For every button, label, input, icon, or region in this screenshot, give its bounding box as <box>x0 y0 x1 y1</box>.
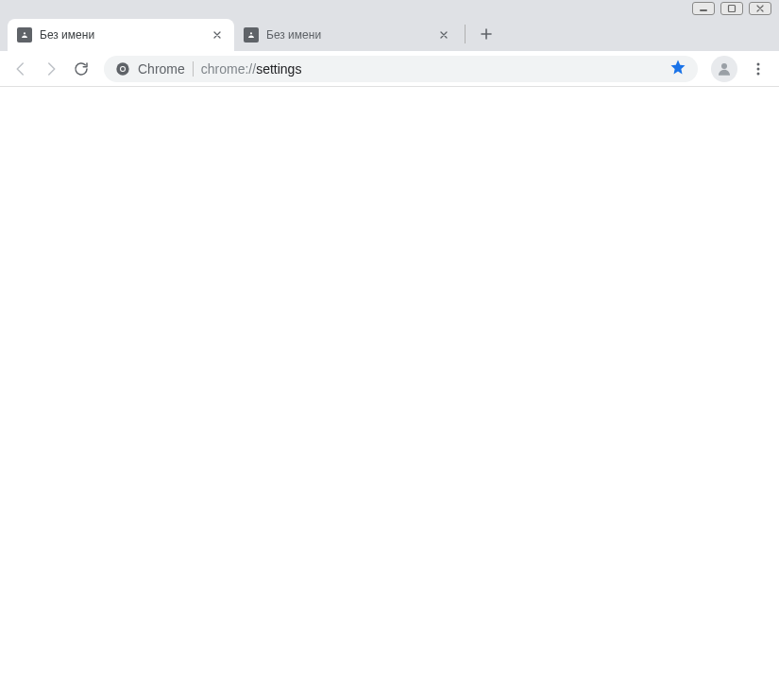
window-title-bar <box>0 0 779 17</box>
close-window-button[interactable] <box>749 2 771 15</box>
back-button[interactable] <box>8 56 34 82</box>
forward-button[interactable] <box>38 56 64 82</box>
maximize-button[interactable] <box>720 2 743 15</box>
page-content <box>0 87 779 700</box>
tab-title: Без имени <box>266 28 429 42</box>
tab-separator <box>465 25 466 43</box>
svg-point-7 <box>721 63 727 69</box>
omnibox-divider <box>193 61 194 77</box>
tab-1[interactable]: Без имени <box>8 19 234 51</box>
tab-title: Без имени <box>40 28 202 42</box>
new-tab-button[interactable] <box>473 21 500 47</box>
url-path: settings <box>256 61 301 77</box>
svg-point-3 <box>250 32 252 34</box>
url-text[interactable]: chrome://settings <box>201 61 662 77</box>
minimize-button[interactable] <box>692 2 715 15</box>
svg-point-6 <box>121 67 125 71</box>
url-scheme: chrome:// <box>201 61 256 77</box>
page-favicon-icon <box>17 27 32 43</box>
chrome-menu-button[interactable] <box>745 56 771 82</box>
svg-rect-1 <box>729 6 736 12</box>
address-bar[interactable]: Chrome chrome://settings <box>104 56 698 82</box>
toolbar: Chrome chrome://settings <box>0 51 779 87</box>
tab-close-button[interactable] <box>436 27 451 43</box>
tab-2[interactable]: Без имени <box>234 19 461 51</box>
svg-point-9 <box>757 67 760 70</box>
site-info-label: Chrome <box>138 61 185 77</box>
profile-avatar-button[interactable] <box>711 56 737 82</box>
chrome-icon <box>115 61 130 77</box>
reload-button[interactable] <box>68 56 94 82</box>
tab-close-button[interactable] <box>210 27 225 43</box>
svg-point-2 <box>24 32 25 34</box>
tab-strip: Без имени Без имени <box>0 17 779 51</box>
svg-point-10 <box>757 72 760 75</box>
bookmark-star-icon[interactable] <box>669 59 686 79</box>
svg-point-8 <box>757 62 760 65</box>
page-favicon-icon <box>244 27 259 43</box>
svg-rect-0 <box>700 9 707 11</box>
